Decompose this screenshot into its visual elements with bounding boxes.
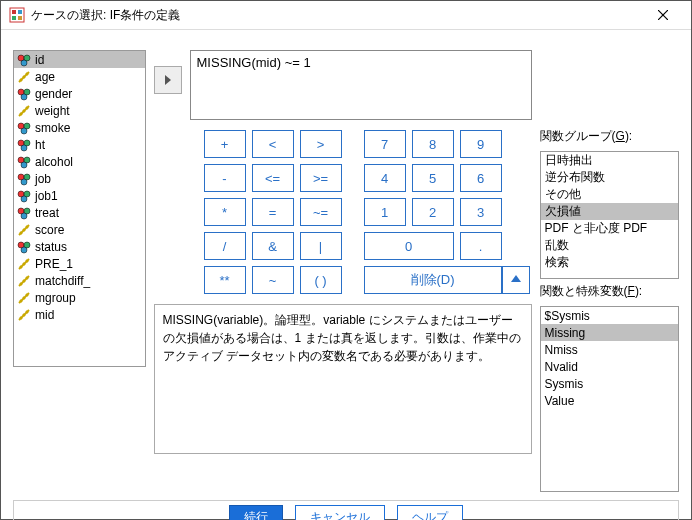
keypad-btn[interactable]: ~= <box>300 198 342 226</box>
svg-point-35 <box>21 196 27 202</box>
keypad-btn[interactable]: 2 <box>412 198 454 226</box>
titlebar-title: ケースの選択: IF条件の定義 <box>31 7 643 24</box>
svg-rect-4 <box>18 16 22 20</box>
variable-item[interactable]: smoke <box>14 119 145 136</box>
keypad-btn[interactable]: 6 <box>460 164 502 192</box>
variable-label: mgroup <box>35 291 76 305</box>
keypad-btn[interactable]: + <box>204 130 246 158</box>
close-button[interactable] <box>643 1 683 29</box>
keypad-dot[interactable]: . <box>460 232 502 260</box>
keypad-btn[interactable]: 9 <box>460 130 502 158</box>
variable-item[interactable]: job1 <box>14 187 145 204</box>
keypad-btn[interactable]: - <box>204 164 246 192</box>
svg-line-41 <box>23 229 25 231</box>
help-button[interactable]: ヘルプ <box>397 505 463 520</box>
variable-label: mid <box>35 308 54 322</box>
variable-item[interactable]: age <box>14 68 145 85</box>
keypad-btn[interactable]: = <box>252 198 294 226</box>
function-description: MISSING(variable)。論理型。variable にシステムまたはユ… <box>154 304 532 454</box>
svg-line-48 <box>23 263 25 265</box>
variable-item[interactable]: alcohol <box>14 153 145 170</box>
variable-label: score <box>35 223 64 237</box>
function-item[interactable]: Missing <box>541 324 678 341</box>
variable-item[interactable]: gender <box>14 85 145 102</box>
keypad-btn[interactable]: > <box>300 130 342 158</box>
variable-item[interactable]: weight <box>14 102 145 119</box>
svg-line-53 <box>26 277 28 279</box>
keypad-delete[interactable]: 削除(D) <box>364 266 502 294</box>
variable-item[interactable]: matchdiff_ <box>14 272 145 289</box>
variable-label: alcohol <box>35 155 73 169</box>
variable-item[interactable]: mgroup <box>14 289 145 306</box>
svg-line-42 <box>26 226 28 228</box>
function-group-item[interactable]: その他 <box>541 186 678 203</box>
svg-point-23 <box>21 128 27 134</box>
functions-label: 関数と特殊変数(F): <box>540 283 679 300</box>
function-group-item[interactable]: 逆分布関数 <box>541 169 678 186</box>
variable-item[interactable]: PRE_1 <box>14 255 145 272</box>
cancel-button[interactable]: キャンセル <box>295 505 385 520</box>
titlebar: ケースの選択: IF条件の定義 <box>1 1 691 30</box>
function-group-item[interactable]: 日時抽出 <box>541 152 678 169</box>
keypad-btn[interactable]: 4 <box>364 164 406 192</box>
keypad-btn[interactable]: 7 <box>364 130 406 158</box>
dialog-body: idagegenderweightsmokehtalcoholjobjob1tr… <box>1 30 691 500</box>
keypad-btn[interactable]: / <box>204 232 246 260</box>
keypad-btn[interactable]: & <box>252 232 294 260</box>
keypad-0[interactable]: 0 <box>364 232 454 260</box>
keypad-btn[interactable]: ( ) <box>300 266 342 294</box>
function-item[interactable]: $Sysmis <box>541 307 678 324</box>
svg-rect-3 <box>12 16 16 20</box>
svg-point-45 <box>21 247 27 253</box>
function-item[interactable]: Nmiss <box>541 341 678 358</box>
keypad-btn[interactable]: 5 <box>412 164 454 192</box>
svg-line-19 <box>23 110 25 112</box>
function-item[interactable]: Sysmis <box>541 375 678 392</box>
svg-point-29 <box>21 162 27 168</box>
variable-item[interactable]: ht <box>14 136 145 153</box>
keypad-btn[interactable]: <= <box>252 164 294 192</box>
keypad-btn[interactable]: 3 <box>460 198 502 226</box>
function-group-listbox[interactable]: 日時抽出逆分布関数その他欠損値PDF と非心度 PDF乱数検索 <box>540 151 679 279</box>
variable-item[interactable]: score <box>14 221 145 238</box>
variable-label: PRE_1 <box>35 257 73 271</box>
function-item[interactable]: Value <box>541 392 678 409</box>
functions-listbox[interactable]: $SysmisMissingNmissNvalidSysmisValue <box>540 306 679 492</box>
variable-item[interactable]: job <box>14 170 145 187</box>
variable-label: id <box>35 53 44 67</box>
keypad-btn[interactable]: ~ <box>252 266 294 294</box>
keypad-btn[interactable]: | <box>300 232 342 260</box>
keypad-btn[interactable]: < <box>252 130 294 158</box>
variable-item[interactable]: treat <box>14 204 145 221</box>
continue-button[interactable]: 続行 <box>229 505 283 520</box>
dialog-window: ケースの選択: IF条件の定義 idagegenderweightsmokeht… <box>0 0 692 520</box>
keypad: +<>789-<=>=456*=~=123/&|0.**~( )削除(D) <box>204 130 502 294</box>
variable-item[interactable]: mid <box>14 306 145 323</box>
function-group-item[interactable]: 欠損値 <box>541 203 678 220</box>
insert-function-button[interactable] <box>502 266 530 294</box>
move-variable-button[interactable] <box>154 66 182 94</box>
expression-input[interactable] <box>190 50 532 120</box>
keypad-btn[interactable]: 1 <box>364 198 406 226</box>
keypad-btn[interactable]: 8 <box>412 130 454 158</box>
keypad-btn[interactable]: * <box>204 198 246 226</box>
function-item[interactable]: Nvalid <box>541 358 678 375</box>
svg-line-40 <box>20 232 22 234</box>
svg-line-61 <box>26 311 28 313</box>
svg-point-32 <box>21 179 27 185</box>
svg-point-9 <box>21 60 27 66</box>
app-icon <box>9 7 25 23</box>
function-group-item[interactable]: 乱数 <box>541 237 678 254</box>
variable-label: status <box>35 240 67 254</box>
variable-item[interactable]: id <box>14 51 145 68</box>
keypad-btn[interactable]: ** <box>204 266 246 294</box>
variable-label: job1 <box>35 189 58 203</box>
variable-list[interactable]: idagegenderweightsmokehtalcoholjobjob1tr… <box>13 50 146 367</box>
right-panel: 関数グループ(G): 日時抽出逆分布関数その他欠損値PDF と非心度 PDF乱数… <box>540 50 679 492</box>
keypad-btn[interactable]: >= <box>300 164 342 192</box>
variable-item[interactable]: status <box>14 238 145 255</box>
function-group-item[interactable]: 検索 <box>541 254 678 271</box>
function-group-item[interactable]: PDF と非心度 PDF <box>541 220 678 237</box>
center-panel: +<>789-<=>=456*=~=123/&|0.**~( )削除(D) MI… <box>154 50 532 492</box>
svg-point-16 <box>21 94 27 100</box>
